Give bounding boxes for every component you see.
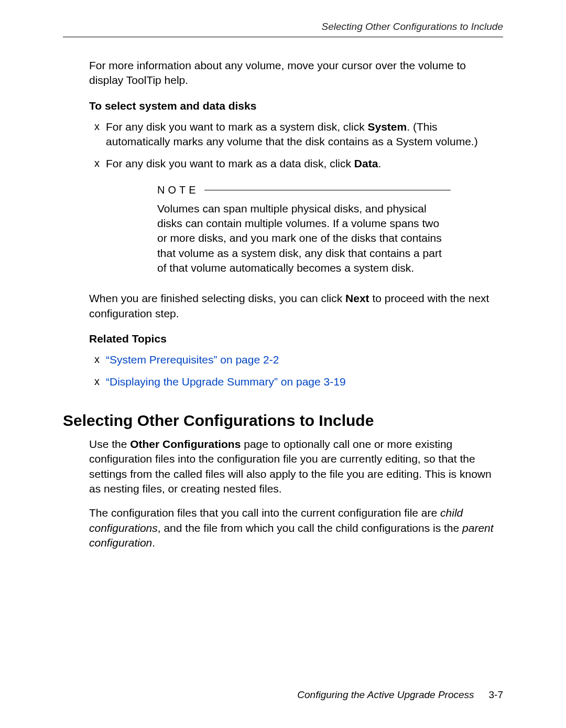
related-topics-heading: Related Topics: [89, 333, 503, 345]
list-text-pre: For any disk you want to mark as a data …: [106, 157, 354, 169]
note-label: NOTE: [157, 184, 199, 196]
note-text: Volumes can span multiple physical disks…: [157, 201, 451, 276]
section-paragraph: The configuration files that you call in…: [89, 506, 503, 550]
text-segment: .: [152, 537, 155, 549]
text-segment: The configuration files that you call in…: [89, 507, 440, 519]
list-text-bold: Data: [354, 157, 378, 169]
section-paragraph: Use the Other Configurations page to opt…: [89, 437, 503, 496]
list-item: “System Prerequisites” on page 2-2: [89, 352, 503, 367]
page-container: Selecting Other Configurations to Includ…: [0, 0, 566, 728]
text-bold: Next: [345, 292, 369, 304]
intro-paragraph: For more information about any volume, m…: [89, 58, 503, 88]
note-rule: [204, 190, 451, 190]
cross-reference-link[interactable]: “System Prerequisites” on page 2-2: [106, 354, 279, 366]
list-text-bold: System: [368, 121, 407, 133]
section-body: Use the Other Configurations page to opt…: [89, 437, 503, 550]
text-bold: Other Configurations: [130, 438, 241, 450]
header-rule: [63, 37, 503, 37]
text-segment: , and the file from which you call the c…: [158, 522, 462, 534]
procedure-list: For any disk you want to mark as a syste…: [89, 120, 503, 172]
note-block: NOTE Volumes can span multiple physical …: [157, 184, 451, 276]
footer-page-number: 3-7: [489, 689, 503, 700]
list-text-pre: For any disk you want to mark as a syste…: [106, 121, 368, 133]
text-segment: Use the: [89, 438, 130, 450]
after-note-paragraph: When you are finished selecting disks, y…: [89, 291, 503, 321]
note-header: NOTE: [157, 184, 451, 196]
section-heading: Selecting Other Configurations to Includ…: [63, 412, 503, 430]
list-item: For any disk you want to mark as a syste…: [89, 120, 503, 149]
related-topics-list: “System Prerequisites” on page 2-2 “Disp…: [89, 352, 503, 390]
procedure-heading: To select system and data disks: [89, 100, 503, 112]
running-header: Selecting Other Configurations to Includ…: [63, 21, 503, 33]
footer-chapter-title: Configuring the Active Upgrade Process: [297, 689, 474, 700]
list-item: “Displaying the Upgrade Summary” on page…: [89, 374, 503, 389]
list-text-post: .: [378, 157, 381, 169]
cross-reference-link[interactable]: “Displaying the Upgrade Summary” on page…: [106, 376, 346, 388]
list-item: For any disk you want to mark as a data …: [89, 156, 503, 171]
page-footer: Configuring the Active Upgrade Process3-…: [297, 689, 503, 701]
text-segment: When you are finished selecting disks, y…: [89, 292, 345, 304]
body-content: For more information about any volume, m…: [89, 58, 503, 390]
